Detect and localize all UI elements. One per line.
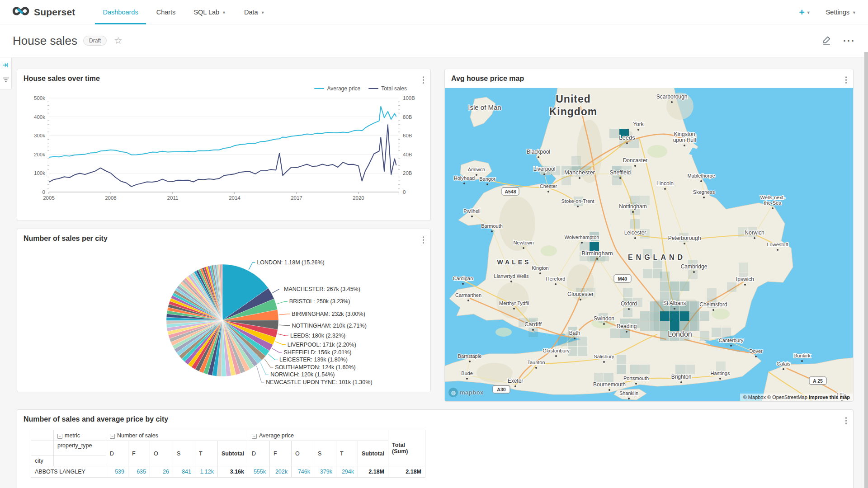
heat-cell[interactable] <box>660 311 670 321</box>
chart-menu-icon[interactable] <box>421 75 426 85</box>
nav-item-sql-lab[interactable]: SQL Lab▼ <box>186 0 234 24</box>
heat-cell[interactable] <box>610 328 620 338</box>
heat-cell[interactable] <box>594 373 604 382</box>
nav-item-charts[interactable]: Charts <box>149 0 184 24</box>
heat-cell[interactable] <box>568 337 577 346</box>
heat-cell[interactable] <box>650 301 660 311</box>
heat-cell[interactable] <box>670 282 679 291</box>
more-actions-icon[interactable]: ··· <box>843 35 855 46</box>
status-badge: Draft <box>83 36 107 46</box>
heat-cell[interactable] <box>716 361 726 371</box>
map-place-label: Merthyr Tydfil <box>499 300 529 306</box>
column-header: S <box>314 441 336 466</box>
chart-menu-icon[interactable] <box>844 415 849 426</box>
superset-brand[interactable]: Superset <box>12 5 75 19</box>
heat-cell[interactable] <box>685 365 695 374</box>
heat-cell[interactable] <box>660 282 670 291</box>
nav-item-dashboards[interactable]: Dashboards <box>95 0 146 24</box>
page-title: House sales <box>13 34 77 48</box>
heat-cell[interactable] <box>561 176 571 185</box>
attribution-links[interactable]: © Mapbox © OpenStreetMap <box>743 394 807 400</box>
edit-dashboard-icon[interactable] <box>822 35 831 47</box>
heat-cell[interactable] <box>727 282 736 292</box>
heat-cell[interactable] <box>690 321 699 331</box>
heat-cell[interactable] <box>640 311 650 321</box>
heat-cell[interactable] <box>690 311 699 321</box>
chart-title: House sales over time <box>24 75 424 83</box>
svg-text:200k: 200k <box>34 152 45 157</box>
heat-cell[interactable] <box>578 347 587 356</box>
heat-cell[interactable] <box>643 269 652 278</box>
chart-title: Number of sales and average price by cit… <box>24 415 847 423</box>
heat-cell[interactable] <box>670 291 679 301</box>
heat-cell[interactable] <box>700 331 709 341</box>
heat-cell[interactable] <box>700 311 709 321</box>
heat-cell[interactable] <box>609 129 619 138</box>
heat-cell[interactable] <box>623 288 632 297</box>
heat-cell[interactable] <box>617 365 626 374</box>
map-place-label: Cardigan <box>453 276 473 281</box>
map-place-label: Kingston <box>674 131 695 137</box>
heat-cell[interactable] <box>722 328 731 337</box>
heat-cell[interactable] <box>690 301 699 311</box>
map-place-label: St Albans <box>663 300 686 306</box>
new-item-button[interactable]: + ▼ <box>799 7 810 18</box>
heat-cell[interactable] <box>558 337 567 346</box>
heat-cell[interactable] <box>712 328 721 337</box>
pie-chart[interactable]: LONDON: 1.18M (15.26%)MANCHESTER: 267k (… <box>24 243 424 389</box>
heat-cell[interactable] <box>660 321 670 331</box>
collapse-icon[interactable]: − <box>252 434 257 439</box>
heat-cell[interactable] <box>707 288 717 298</box>
legend-item-total-sales[interactable]: Total sales <box>368 85 407 92</box>
heat-cell[interactable] <box>617 355 626 364</box>
filter-icon[interactable] <box>3 76 9 84</box>
heat-cell[interactable] <box>578 337 587 346</box>
legend-item-average-price[interactable]: Average price <box>314 85 360 92</box>
heat-cell[interactable] <box>650 311 660 321</box>
heat-cell[interactable] <box>650 321 660 331</box>
column-header: F <box>128 441 150 466</box>
map-place-label: Liverpool <box>533 166 556 172</box>
chevron-down-icon: ▼ <box>807 10 811 15</box>
column-header: O <box>292 441 314 466</box>
value-cell: 26 <box>150 466 173 478</box>
map-place-label: Swindon <box>594 315 614 322</box>
pie-label: NOTTINGHAM: 210k (2.71%) <box>292 323 367 329</box>
pie-label: LONDON: 1.18M (15.26%) <box>257 259 324 266</box>
map-place-label: Isle of Man <box>468 103 501 111</box>
improve-map-link[interactable]: Improve this map <box>809 394 850 400</box>
chart-menu-icon[interactable] <box>421 235 426 245</box>
heat-cell[interactable] <box>660 272 670 281</box>
expand-filter-bar-icon[interactable] <box>2 62 9 70</box>
map-place-label: Reading <box>617 323 637 329</box>
map-place-label: Carmarthen <box>455 292 481 298</box>
settings-menu[interactable]: Settings▼ <box>826 9 856 16</box>
heat-cell[interactable] <box>670 321 679 331</box>
heat-cell[interactable] <box>630 219 640 229</box>
heat-cell[interactable] <box>630 365 640 374</box>
heat-cell[interactable] <box>675 365 685 374</box>
favorite-star-icon[interactable]: ☆ <box>114 35 123 46</box>
page-scrollbar[interactable] <box>864 52 868 488</box>
heat-cell[interactable] <box>688 270 698 279</box>
chart-menu-icon[interactable] <box>844 75 849 85</box>
heat-cell[interactable] <box>640 321 650 331</box>
heat-cell[interactable] <box>739 263 748 272</box>
heat-cell[interactable] <box>680 311 689 321</box>
heat-cell[interactable] <box>680 282 689 291</box>
uk-price-map[interactable]: A548M40A30A 25UnitedKingdomENGLANDWALESI… <box>445 88 853 401</box>
heat-cell[interactable] <box>604 373 613 382</box>
nav-item-data[interactable]: Data▼ <box>236 0 273 24</box>
heat-cell[interactable] <box>620 328 630 338</box>
mapbox-logo[interactable]: ◍ mapbox <box>448 388 484 397</box>
collapse-icon[interactable]: − <box>57 434 62 439</box>
heat-cell[interactable] <box>680 321 689 331</box>
heat-cell[interactable] <box>571 156 581 165</box>
collapse-icon[interactable]: − <box>110 434 115 439</box>
heat-cell[interactable] <box>623 308 632 317</box>
heat-cell[interactable] <box>670 311 679 321</box>
heat-cell[interactable] <box>640 365 650 374</box>
timeseries-chart[interactable]: 0100k200k300k400k500k020B40B60B80B100B20… <box>24 92 424 206</box>
heat-cell[interactable] <box>660 291 670 301</box>
pie-label: LIVERPOOL: 171k (2.20%) <box>288 342 356 348</box>
